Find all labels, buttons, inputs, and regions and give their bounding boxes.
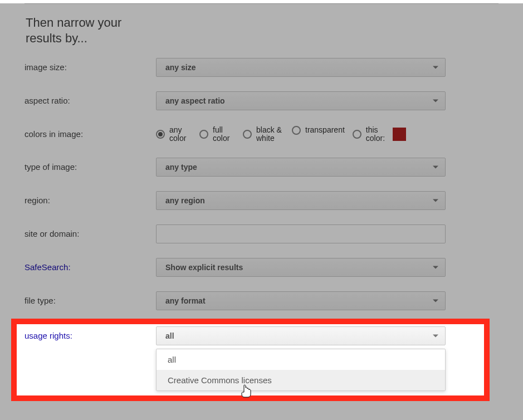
label-region: region: bbox=[25, 191, 156, 205]
input-site-domain[interactable] bbox=[156, 224, 446, 243]
label-file-type: file type: bbox=[25, 291, 156, 305]
label-type-of-image: type of image: bbox=[25, 158, 156, 172]
dropdown-image-size[interactable]: any size bbox=[156, 58, 446, 77]
dropdown-file-type-value: any format bbox=[165, 296, 206, 305]
dropdown-type-of-image[interactable]: any type bbox=[156, 158, 446, 177]
dropdown-safesearch-value: Show explicit results bbox=[165, 263, 243, 272]
dropdown-aspect-ratio[interactable]: any aspect ratio bbox=[156, 91, 446, 110]
row-colors: colors in image: any color full color bl… bbox=[25, 125, 498, 143]
radio-icon bbox=[292, 126, 301, 135]
radio-label-transparent: transparent bbox=[305, 126, 345, 134]
dropdown-menu-usage-rights: all Creative Commons licenses bbox=[156, 349, 446, 391]
radio-full-color[interactable]: full color bbox=[199, 126, 235, 143]
label-usage-rights[interactable]: usage rights: bbox=[25, 326, 156, 340]
radio-icon bbox=[199, 130, 208, 139]
radio-icon bbox=[353, 130, 361, 139]
dropdown-aspect-ratio-value: any aspect ratio bbox=[165, 96, 225, 105]
label-aspect-ratio: aspect ratio: bbox=[25, 91, 156, 105]
dropdown-image-size-value: any size bbox=[165, 63, 195, 72]
dropdown-file-type[interactable]: any format bbox=[156, 291, 446, 310]
menu-item-all[interactable]: all bbox=[157, 349, 445, 370]
radio-icon bbox=[243, 130, 252, 139]
caret-down-icon bbox=[433, 199, 438, 202]
row-type-of-image: type of image: any type bbox=[25, 158, 498, 177]
radio-any-color[interactable]: any color bbox=[156, 126, 192, 143]
row-image-size: image size: any size bbox=[25, 58, 498, 77]
label-colors: colors in image: bbox=[25, 125, 156, 139]
radio-label-this-color: this color: bbox=[366, 126, 388, 143]
radio-this-color[interactable]: this color: bbox=[353, 126, 406, 143]
radio-label-any: any color bbox=[169, 126, 192, 143]
label-site-domain: site or domain: bbox=[25, 224, 156, 238]
caret-down-icon bbox=[433, 299, 438, 302]
row-site-domain: site or domain: bbox=[25, 224, 498, 243]
advanced-image-search-form: Then narrow your results by... image siz… bbox=[0, 3, 523, 420]
menu-item-creative-commons[interactable]: Creative Commons licenses bbox=[157, 370, 445, 390]
radio-icon bbox=[156, 130, 165, 139]
radio-group-colors: any color full color black & white trans… bbox=[156, 125, 446, 143]
caret-down-icon bbox=[433, 66, 438, 69]
caret-down-icon bbox=[433, 335, 438, 338]
dropdown-type-value: any type bbox=[165, 163, 197, 172]
radio-black-white[interactable]: black & white bbox=[243, 126, 284, 143]
color-swatch[interactable] bbox=[393, 128, 406, 141]
divider bbox=[25, 3, 498, 4]
section-heading: Then narrow your results by... bbox=[26, 15, 137, 46]
caret-down-icon bbox=[433, 266, 438, 268]
label-image-size: image size: bbox=[25, 58, 156, 72]
dropdown-region-value: any region bbox=[165, 196, 205, 205]
dropdown-region[interactable]: any region bbox=[156, 191, 446, 210]
label-safesearch[interactable]: SafeSearch: bbox=[25, 258, 156, 272]
dropdown-safesearch[interactable]: Show explicit results bbox=[156, 258, 446, 277]
radio-label-bw: black & white bbox=[256, 126, 284, 143]
highlight-usage-rights: usage rights: all all Creative Commons l… bbox=[11, 319, 490, 401]
radio-transparent[interactable]: transparent bbox=[292, 126, 345, 135]
row-aspect-ratio: aspect ratio: any aspect ratio bbox=[25, 91, 498, 110]
row-safesearch: SafeSearch: Show explicit results bbox=[25, 258, 498, 277]
dropdown-usage-rights-value: all bbox=[165, 331, 174, 340]
radio-label-full: full color bbox=[213, 126, 235, 143]
row-file-type: file type: any format bbox=[25, 291, 498, 310]
dropdown-usage-rights[interactable]: all bbox=[156, 326, 446, 345]
row-region: region: any region bbox=[25, 191, 498, 210]
caret-down-icon bbox=[433, 100, 438, 102]
caret-down-icon bbox=[433, 165, 438, 168]
